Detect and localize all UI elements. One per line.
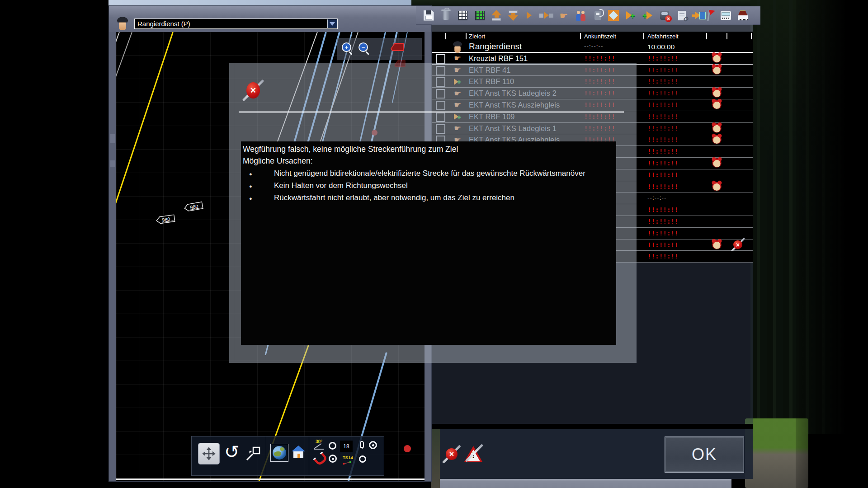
map-edge-line bbox=[116, 479, 425, 480]
row-abfahrtszeit: !!:!!:!! bbox=[647, 125, 679, 132]
row-checkbox[interactable] bbox=[436, 54, 445, 64]
dialog-causes-label: Mögliche Ursachen: bbox=[243, 156, 616, 166]
pan-tool-button[interactable] bbox=[198, 443, 219, 464]
chevron-down-icon[interactable] bbox=[327, 19, 337, 28]
avatar-icon bbox=[451, 42, 464, 52]
radio-indicator[interactable] bbox=[329, 442, 336, 450]
row-abfahrtszeit: !!:!!:!! bbox=[647, 241, 679, 249]
pointing-hand-icon[interactable]: ☛ bbox=[557, 9, 571, 22]
dialog-cause-item: ● Nicht genügend bidirektionale/elektrif… bbox=[243, 169, 616, 178]
zoom-out-icon[interactable]: − bbox=[359, 42, 368, 52]
row-ankunftszeit: --:--:-- bbox=[584, 43, 603, 50]
table-row[interactable]: Rangierdienst--:--:--10:00:00 bbox=[432, 41, 753, 53]
dialog-cause-item: ● Kein Halten vor dem Richtungswechsel bbox=[243, 181, 616, 190]
gradient-tool-icon[interactable]: 30° bbox=[314, 439, 326, 451]
row-abfahrtszeit: !!:!!:!! bbox=[647, 89, 679, 97]
service-dropdown-value: Rangierdienst (P) bbox=[137, 20, 190, 28]
move-up-icon[interactable] bbox=[490, 9, 503, 22]
alarm-clock-icon bbox=[712, 124, 721, 132]
red-trapezoid-ghost-icon bbox=[394, 60, 406, 67]
grid-green-icon[interactable] bbox=[473, 9, 486, 22]
dialog-cause-text: Kein Halten vor dem Richtungswechsel bbox=[274, 181, 408, 190]
row-abfahrtszeit: !!:!!:!! bbox=[647, 218, 679, 225]
layer-count-box: 18 bbox=[340, 441, 353, 452]
enter-depot-icon[interactable] bbox=[692, 9, 705, 22]
column-header-abfahrtszeit: Abfahrtszeit bbox=[647, 33, 679, 40]
no-route-icon: × bbox=[732, 239, 744, 251]
train-remove-icon[interactable]: × bbox=[658, 9, 671, 22]
warning-icon: ! bbox=[463, 444, 484, 464]
rotate-tool-button[interactable]: ↺ bbox=[224, 445, 240, 460]
depot-icon[interactable] bbox=[736, 9, 750, 22]
route-add-icon[interactable]: + bbox=[624, 9, 637, 22]
transfer-out-icon[interactable] bbox=[539, 9, 553, 22]
forest-background bbox=[411, 0, 760, 7]
toolbar-extension bbox=[432, 24, 753, 32]
row-abfahrtszeit: !!:!!:!! bbox=[647, 101, 679, 108]
row-abfahrtszeit: !!:!!:!! bbox=[647, 78, 679, 85]
ok-button-label: OK bbox=[692, 445, 717, 464]
fuel-pump-icon[interactable] bbox=[591, 9, 604, 22]
ticket-machine-icon[interactable] bbox=[719, 9, 732, 22]
alarm-clock-icon bbox=[712, 159, 721, 167]
gradient-angle-label: 30° bbox=[316, 439, 322, 444]
row-abfahrtszeit: !!:!!:!! bbox=[647, 171, 679, 178]
dialog-divider-line bbox=[239, 111, 624, 113]
row-abfahrtszeit: 10:00:00 bbox=[647, 43, 675, 51]
row-abfahrtszeit: !!:!!:!! bbox=[647, 148, 679, 155]
home-view-button[interactable] bbox=[291, 446, 306, 458]
sensor-label: TS14 bbox=[343, 455, 353, 460]
trash-icon[interactable] bbox=[439, 9, 453, 22]
transfer-in-icon[interactable] bbox=[523, 9, 537, 22]
detector-icon[interactable] bbox=[360, 441, 364, 448]
train-position-dot bbox=[404, 445, 411, 452]
flag-icon[interactable] bbox=[704, 9, 717, 22]
grid-white-icon[interactable] bbox=[456, 9, 469, 22]
target-indicator[interactable] bbox=[329, 455, 337, 463]
passengers-icon[interactable] bbox=[574, 9, 588, 22]
track-line bbox=[116, 32, 174, 204]
alarm-clock-icon bbox=[712, 66, 721, 74]
target-indicator[interactable] bbox=[369, 441, 377, 449]
row-abfahrtszeit: --:--:-- bbox=[647, 194, 666, 201]
zoom-out-label: − bbox=[362, 44, 365, 50]
radio-indicator[interactable] bbox=[359, 455, 366, 463]
background-sliver bbox=[431, 428, 440, 488]
bullet-icon: ● bbox=[249, 196, 253, 201]
fit-view-icon[interactable] bbox=[607, 9, 620, 22]
properties-icon[interactable]: ⚙ bbox=[675, 9, 689, 22]
jump-to-tool-button[interactable] bbox=[244, 446, 261, 465]
panel-gap bbox=[432, 424, 753, 429]
window-edge-tab bbox=[110, 134, 115, 143]
driver-avatar bbox=[117, 17, 128, 30]
error-dialog-message: Wegführung falsch, keine mögliche Streck… bbox=[241, 141, 616, 345]
ok-button[interactable]: OK bbox=[665, 436, 744, 473]
rotate-icon: ↺ bbox=[224, 441, 240, 462]
sensor-tool-icon[interactable]: TS14 bbox=[343, 453, 353, 465]
column-header-ankunftszeit: Ankunftszeit bbox=[584, 33, 616, 40]
move-down-icon[interactable] bbox=[506, 9, 520, 22]
alarm-clock-icon bbox=[712, 89, 721, 97]
layer-count-label: 18 bbox=[343, 443, 349, 450]
magnet-tool-icon[interactable] bbox=[314, 453, 328, 467]
row-abfahrtszeit: !!:!!:!! bbox=[647, 183, 679, 190]
row-abfahrtszeit: !!:!!:!! bbox=[647, 55, 679, 62]
zoom-in-icon[interactable]: + bbox=[342, 42, 351, 52]
no-route-status-icon: × bbox=[444, 446, 459, 462]
red-trapezoid-icon[interactable] bbox=[391, 43, 404, 52]
service-dropdown[interactable]: Rangierdienst (P) bbox=[134, 19, 338, 29]
map-tools-toolbar: ↺ 30° 18 TS14 bbox=[191, 436, 384, 476]
background-fade bbox=[796, 0, 868, 488]
map-zoom-overlay: + − bbox=[337, 38, 422, 60]
column-header-zielort: Zielort bbox=[469, 33, 485, 40]
dialog-cause-text: Rückwärtsfahrt nicht erlaubt, aber notwe… bbox=[274, 193, 514, 202]
row-zielort: Kreuztal RBF 151 bbox=[469, 54, 528, 63]
route-insert-icon[interactable]: + bbox=[641, 9, 654, 22]
save-icon[interactable] bbox=[422, 9, 435, 22]
map-titlebar: Rangierdienst (P) bbox=[109, 6, 431, 32]
table-row[interactable]: ☛Kreuztal RBF 151!!:!!:!!!!:!!:!! bbox=[432, 53, 753, 65]
row-abfahrtszeit: !!:!!:!! bbox=[647, 253, 679, 260]
zoom-in-label: + bbox=[345, 44, 349, 50]
world-view-button[interactable] bbox=[270, 444, 288, 462]
alarm-clock-icon bbox=[712, 135, 721, 144]
